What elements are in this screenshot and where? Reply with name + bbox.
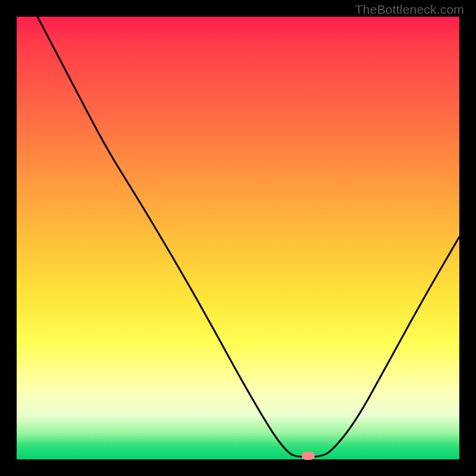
watermark-text: TheBottleneck.com: [355, 2, 464, 17]
minimum-marker: [302, 452, 315, 460]
plot-area: [17, 17, 459, 459]
bottleneck-curve: [17, 17, 459, 459]
curve-path: [37, 17, 459, 457]
chart-frame: TheBottleneck.com: [0, 0, 476, 476]
